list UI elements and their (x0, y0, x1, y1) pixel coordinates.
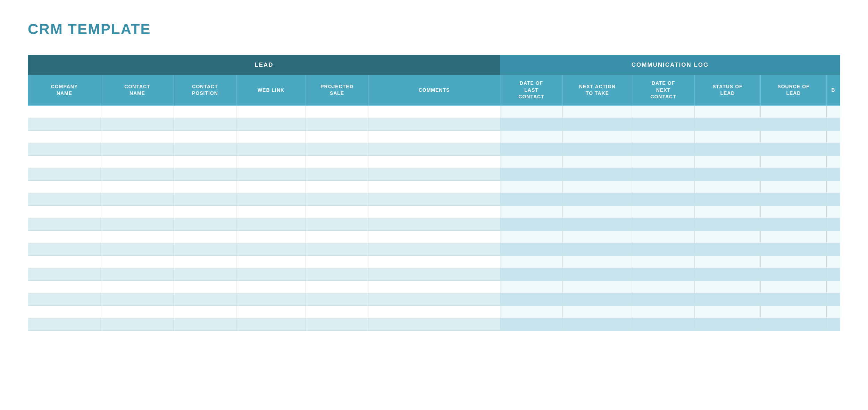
table-cell[interactable] (101, 318, 174, 330)
table-cell[interactable] (827, 280, 840, 293)
table-cell[interactable] (28, 105, 101, 118)
table-cell[interactable] (761, 268, 827, 280)
table-cell[interactable] (101, 205, 174, 218)
table-cell[interactable] (28, 243, 101, 255)
table-cell[interactable] (632, 205, 695, 218)
table-cell[interactable] (695, 205, 761, 218)
table-cell[interactable] (101, 143, 174, 155)
table-cell[interactable] (695, 118, 761, 130)
table-cell[interactable] (368, 243, 500, 255)
table-cell[interactable] (563, 105, 632, 118)
table-cell[interactable] (500, 255, 563, 268)
table-cell[interactable] (236, 155, 306, 168)
table-cell[interactable] (368, 168, 500, 180)
table-cell[interactable] (695, 243, 761, 255)
table-cell[interactable] (101, 230, 174, 243)
table-cell[interactable] (563, 218, 632, 230)
table-cell[interactable] (761, 243, 827, 255)
table-cell[interactable] (28, 193, 101, 205)
table-cell[interactable] (101, 105, 174, 118)
table-cell[interactable] (306, 205, 368, 218)
table-cell[interactable] (174, 218, 236, 230)
table-cell[interactable] (695, 268, 761, 280)
table-cell[interactable] (236, 268, 306, 280)
table-cell[interactable] (500, 168, 563, 180)
table-cell[interactable] (563, 143, 632, 155)
table-cell[interactable] (632, 193, 695, 205)
table-cell[interactable] (236, 293, 306, 305)
table-cell[interactable] (695, 255, 761, 268)
table-cell[interactable] (28, 318, 101, 330)
table-cell[interactable] (632, 280, 695, 293)
table-cell[interactable] (236, 130, 306, 143)
table-cell[interactable] (827, 255, 840, 268)
table-cell[interactable] (368, 268, 500, 280)
table-cell[interactable] (695, 130, 761, 143)
table-cell[interactable] (563, 318, 632, 330)
table-cell[interactable] (695, 168, 761, 180)
table-cell[interactable] (695, 230, 761, 243)
table-cell[interactable] (761, 293, 827, 305)
table-cell[interactable] (827, 143, 840, 155)
table-cell[interactable] (827, 118, 840, 130)
table-cell[interactable] (500, 268, 563, 280)
table-cell[interactable] (174, 118, 236, 130)
table-cell[interactable] (101, 118, 174, 130)
table-cell[interactable] (761, 118, 827, 130)
table-cell[interactable] (632, 230, 695, 243)
table-cell[interactable] (563, 305, 632, 318)
table-cell[interactable] (500, 305, 563, 318)
table-cell[interactable] (174, 318, 236, 330)
table-cell[interactable] (827, 155, 840, 168)
table-cell[interactable] (28, 205, 101, 218)
table-cell[interactable] (500, 318, 563, 330)
table-cell[interactable] (28, 155, 101, 168)
table-cell[interactable] (101, 180, 174, 193)
table-cell[interactable] (563, 293, 632, 305)
table-cell[interactable] (368, 180, 500, 193)
table-cell[interactable] (827, 230, 840, 243)
table-cell[interactable] (28, 230, 101, 243)
table-cell[interactable] (236, 280, 306, 293)
table-cell[interactable] (101, 155, 174, 168)
table-cell[interactable] (500, 280, 563, 293)
table-cell[interactable] (101, 268, 174, 280)
table-cell[interactable] (500, 293, 563, 305)
table-cell[interactable] (174, 205, 236, 218)
table-cell[interactable] (827, 105, 840, 118)
table-cell[interactable] (695, 280, 761, 293)
table-cell[interactable] (368, 105, 500, 118)
table-cell[interactable] (563, 118, 632, 130)
table-cell[interactable] (306, 143, 368, 155)
table-cell[interactable] (101, 243, 174, 255)
table-cell[interactable] (695, 293, 761, 305)
table-cell[interactable] (563, 180, 632, 193)
table-cell[interactable] (761, 105, 827, 118)
table-cell[interactable] (306, 105, 368, 118)
table-cell[interactable] (236, 243, 306, 255)
table-cell[interactable] (28, 293, 101, 305)
table-cell[interactable] (306, 243, 368, 255)
table-cell[interactable] (761, 180, 827, 193)
table-cell[interactable] (500, 143, 563, 155)
table-cell[interactable] (563, 130, 632, 143)
table-cell[interactable] (101, 293, 174, 305)
table-cell[interactable] (827, 318, 840, 330)
table-cell[interactable] (368, 193, 500, 205)
table-cell[interactable] (827, 193, 840, 205)
table-cell[interactable] (174, 168, 236, 180)
table-cell[interactable] (563, 193, 632, 205)
table-cell[interactable] (368, 255, 500, 268)
table-cell[interactable] (761, 205, 827, 218)
table-cell[interactable] (695, 143, 761, 155)
table-cell[interactable] (28, 255, 101, 268)
table-cell[interactable] (632, 293, 695, 305)
table-cell[interactable] (28, 180, 101, 193)
table-cell[interactable] (632, 218, 695, 230)
table-cell[interactable] (761, 230, 827, 243)
table-cell[interactable] (761, 218, 827, 230)
table-cell[interactable] (236, 318, 306, 330)
table-cell[interactable] (306, 230, 368, 243)
table-cell[interactable] (500, 105, 563, 118)
table-cell[interactable] (236, 180, 306, 193)
